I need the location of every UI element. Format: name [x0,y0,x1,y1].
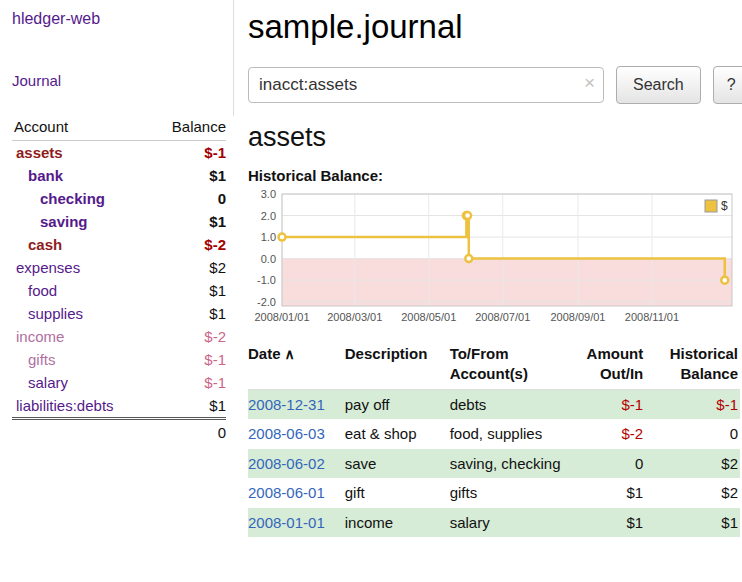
register-accounts: food, supplies [450,419,569,449]
register-accounts: saving, checking [450,449,569,479]
svg-text:-1.0: -1.0 [257,274,276,286]
account-link[interactable]: saving [40,213,88,230]
register-amount: $1 [569,478,650,508]
register-balance: $2 [649,478,740,508]
account-row: expenses$2 [12,256,226,279]
register-description: income [345,508,450,538]
accounts-table: Account Balance assets$-1bank$1checking0… [12,115,226,444]
account-row: assets$-1 [12,141,226,165]
accounts-header-row: Account Balance [12,115,226,141]
svg-text:2008/05/01: 2008/05/01 [401,311,456,323]
accounts-header-balance: Balance [150,115,226,141]
svg-text:2008/01/01: 2008/01/01 [254,311,309,323]
app-title-link[interactable]: hledger-web [12,10,232,28]
register-header-row: Date ∧DescriptionTo/FromAccount(s)Amount… [248,342,740,389]
search-button[interactable]: Search [616,66,701,104]
register-col-amount: AmountOut/In [569,342,650,389]
register-row: 2008-06-02savesaving, checking0$2 [248,449,740,479]
register-col-balance: HistoricalBalance [649,342,740,389]
account-link[interactable]: income [16,328,64,345]
register-balance: 0 [649,419,740,449]
account-row: salary$-1 [12,371,226,394]
account-balance: $-2 [150,325,226,348]
section-title: assets [248,122,740,153]
register-col-date[interactable]: Date ∧ [248,342,345,389]
sort-asc-icon[interactable]: ∧ [281,346,295,362]
search-row: × Search ? [248,66,740,104]
sidebar: hledger-web Journal Account Balance asse… [0,0,238,444]
account-balance: $-1 [150,371,226,394]
balance-chart: 3.02.01.00.0-1.0-2.02008/01/012008/03/01… [248,190,740,332]
account-row: bank$1 [12,164,226,187]
account-row: gifts$-1 [12,348,226,371]
account-link[interactable]: cash [28,236,62,253]
chart-title: Historical Balance: [248,167,740,184]
svg-text:-2.0: -2.0 [257,296,276,308]
account-balance: $1 [150,279,226,302]
account-balance: $2 [150,256,226,279]
account-balance: 0 [150,187,226,210]
account-link[interactable]: liabilities:debts [16,397,114,414]
account-balance: $1 [150,164,226,187]
account-link[interactable]: salary [28,374,68,391]
account-row: supplies$1 [12,302,226,325]
search-input[interactable] [248,67,604,103]
register-description: eat & shop [345,419,450,449]
account-link[interactable]: gifts [28,351,56,368]
register-col-description: Description [345,342,450,389]
account-row: liabilities:debts$1 [12,394,226,419]
help-button[interactable]: ? [713,66,742,104]
register-accounts: debts [450,389,569,419]
account-link[interactable]: checking [40,190,105,207]
svg-text:2008/09/01: 2008/09/01 [550,311,605,323]
account-link[interactable]: food [28,282,57,299]
svg-text:2008/07/01: 2008/07/01 [475,311,530,323]
account-balance: $-2 [150,233,226,256]
register-row: 2008-01-01incomesalary$1$1 [248,508,740,538]
register-balance: $2 [649,449,740,479]
account-balance: $-1 [150,141,226,165]
register-date-link[interactable]: 2008-06-01 [248,484,325,501]
register-amount: $-2 [569,419,650,449]
register-row: 2008-06-03eat & shopfood, supplies$-20 [248,419,740,449]
accounts-total-value: 0 [150,419,226,445]
register-balance: $-1 [649,389,740,419]
account-row: checking0 [12,187,226,210]
register-accounts: salary [450,508,569,538]
register-description: save [345,449,450,479]
register-table: Date ∧DescriptionTo/FromAccount(s)Amount… [248,342,740,537]
svg-text:1.0: 1.0 [261,231,276,243]
accounts-total-row: 0 [12,419,226,445]
svg-text:2008/03/01: 2008/03/01 [327,311,382,323]
register-date-link[interactable]: 2008-01-01 [248,514,325,531]
account-balance: $1 [150,302,226,325]
svg-text:3.0: 3.0 [261,190,276,200]
account-link[interactable]: bank [28,167,63,184]
svg-text:$: $ [721,199,728,213]
account-link[interactable]: assets [16,144,63,161]
register-row: 2008-12-31pay offdebts$-1$-1 [248,389,740,419]
account-row: cash$-2 [12,233,226,256]
account-link[interactable]: expenses [16,259,80,276]
register-col-accounts: To/FromAccount(s) [450,342,569,389]
account-row: food$1 [12,279,226,302]
register-row: 2008-06-01giftgifts$1$2 [248,478,740,508]
sidebar-item-journal[interactable]: Journal [12,72,232,89]
register-description: pay off [345,389,450,419]
register-amount: $1 [569,508,650,538]
register-date-link[interactable]: 2008-12-31 [248,396,325,413]
svg-text:2008/11/01: 2008/11/01 [625,311,679,323]
register-accounts: gifts [450,478,569,508]
register-amount: $-1 [569,389,650,419]
register-date-link[interactable]: 2008-06-02 [248,455,325,472]
clear-search-icon[interactable]: × [584,72,595,94]
account-balance: $1 [150,394,226,419]
account-link[interactable]: supplies [28,305,83,322]
svg-text:2.0: 2.0 [261,210,276,222]
account-balance: $1 [150,210,226,233]
register-amount: 0 [569,449,650,479]
account-row: saving$1 [12,210,226,233]
register-balance: $1 [649,508,740,538]
register-description: gift [345,478,450,508]
register-date-link[interactable]: 2008-06-03 [248,425,325,442]
